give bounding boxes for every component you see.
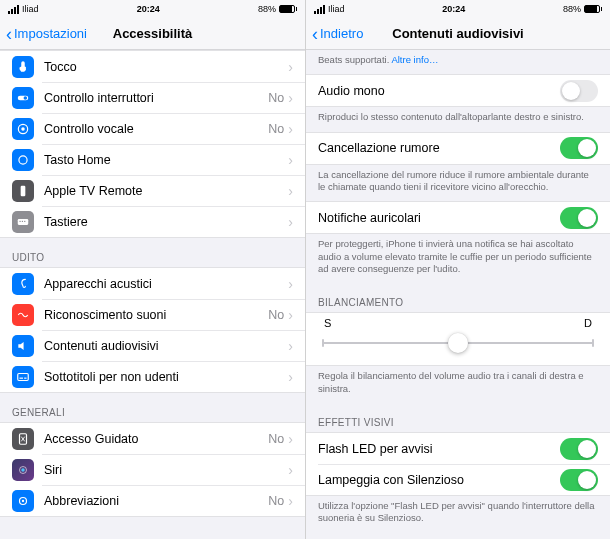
back-button[interactable]: ‹Indietro [312,25,363,43]
settings-row[interactable]: Tastiere› [0,206,305,237]
chevron-right-icon: › [288,493,293,509]
av-icon [12,335,34,357]
row-label: Sottotitoli per non udenti [44,370,288,384]
settings-row[interactable]: Apple TV Remote› [0,175,305,206]
captions-icon [12,366,34,388]
row-value: No [268,494,284,508]
row-label: Accesso Guidato [44,432,268,446]
row-value: No [268,308,284,322]
settings-row[interactable]: Apparecchi acustici› [0,268,305,299]
settings-row[interactable]: Tocco› [0,51,305,82]
row-value: No [268,122,284,136]
screen-accessibility: Iliad 20:24 88% ‹Impostazioni Accessibil… [0,0,305,539]
row-headphone-notif[interactable]: Notifiche auricolari [306,202,610,233]
screen-audiovisual: Iliad 20:24 88% ‹Indietro Contenuti audi… [305,0,610,539]
noise-footer: La cancellazione del rumore riduce il ru… [306,165,610,202]
svg-rect-5 [21,185,26,196]
row-label: Controllo vocale [44,122,268,136]
row-label: Apple TV Remote [44,184,288,198]
toggle-audio-mono[interactable] [560,80,598,102]
visual-footer: Utilizza l'opzione "Flash LED per avvisi… [306,496,610,533]
row-label: Riconoscimento suoni [44,308,268,322]
svg-rect-7 [20,220,21,221]
settings-row[interactable]: Controllo interruttoriNo› [0,82,305,113]
row-label: Siri [44,463,288,477]
svg-rect-9 [24,220,25,221]
sound-icon [12,304,34,326]
svg-point-4 [19,155,27,163]
signal-icon [8,5,19,14]
row-led-flash[interactable]: Flash LED per avvisi [306,433,610,464]
chevron-right-icon: › [288,276,293,292]
chevron-right-icon: › [288,338,293,354]
chevron-right-icon: › [288,307,293,323]
svg-point-15 [21,468,25,472]
settings-row[interactable]: Accesso GuidatoNo› [0,423,305,454]
clock: 20:24 [137,4,160,14]
chevron-left-icon: ‹ [312,25,318,43]
row-label: Apparecchi acustici [44,277,288,291]
toggle-noise-cancel[interactable] [560,137,598,159]
svg-point-3 [21,127,25,131]
svg-point-1 [24,96,27,100]
chevron-right-icon: › [288,121,293,137]
settings-row[interactable]: Siri› [0,454,305,485]
home-icon [12,149,34,171]
settings-row[interactable]: AbbreviazioniNo› [0,485,305,516]
visual-header: EFFETTI VISIVI [306,403,610,432]
row-label: Tocco [44,60,288,74]
row-label: Contenuti audiovisivi [44,339,288,353]
scroll-area[interactable]: Beats supportati. Altre info… Audio mono… [306,50,610,539]
chevron-right-icon: › [288,462,293,478]
svg-rect-10 [18,373,29,380]
battery-percent: 88% [563,4,581,14]
keyboard-icon [12,211,34,233]
battery-icon [279,5,297,13]
balance-left-label: S [324,317,331,329]
row-label: Tastiere [44,215,288,229]
row-label: Controllo interruttori [44,91,268,105]
svg-rect-11 [20,377,24,378]
switch-icon [12,87,34,109]
balance-header: BILANCIAMENTO [306,283,610,312]
section-header: UDITO [0,238,305,267]
nav-bar: ‹Impostazioni Accessibilità [0,18,305,50]
chevron-left-icon: ‹ [6,25,12,43]
settings-row[interactable]: Riconoscimento suoniNo› [0,299,305,330]
row-label: Tasto Home [44,153,288,167]
toggle-headphone-notif[interactable] [560,207,598,229]
mono-footer: Riproduci lo stesso contenuto dall'altop… [306,107,610,131]
toggle-led-flash[interactable] [560,438,598,460]
chevron-right-icon: › [288,90,293,106]
siri-icon [12,459,34,481]
row-label: Abbreviazioni [44,494,268,508]
row-label: Notifiche auricolari [318,211,560,225]
slider-knob[interactable] [448,333,468,353]
row-label: Flash LED per avvisi [318,442,560,456]
battery-icon [584,5,602,13]
scroll-area[interactable]: Tocco›Controllo interruttoriNo›Controllo… [0,50,305,539]
settings-row[interactable]: Tasto Home› [0,144,305,175]
row-value: No [268,432,284,446]
row-noise-cancel[interactable]: Cancellazione rumore [306,133,610,164]
headphone-footer: Beats supportati. Altre info… [306,50,610,74]
balance-right-label: D [584,317,592,329]
back-button[interactable]: ‹Impostazioni [6,25,87,43]
settings-row[interactable]: Sottotitoli per non udenti› [0,361,305,392]
toggle-flash-silent[interactable] [560,469,598,491]
chevron-right-icon: › [288,183,293,199]
chevron-right-icon: › [288,431,293,447]
more-info-link[interactable]: Altre info… [391,54,438,65]
clock: 20:24 [442,4,465,14]
chevron-right-icon: › [288,369,293,385]
settings-row[interactable]: Contenuti audiovisivi› [0,330,305,361]
balance-slider[interactable]: SD [306,313,610,365]
hearing-icon [12,273,34,295]
svg-rect-8 [22,220,23,221]
nav-bar: ‹Indietro Contenuti audiovisivi [306,18,610,50]
row-flash-silent[interactable]: Lampeggia con Silenzioso [306,464,610,495]
settings-row[interactable]: Controllo vocaleNo› [0,113,305,144]
status-bar: Iliad 20:24 88% [306,0,610,18]
row-audio-mono[interactable]: Audio mono [306,75,610,106]
svg-point-17 [22,499,24,501]
